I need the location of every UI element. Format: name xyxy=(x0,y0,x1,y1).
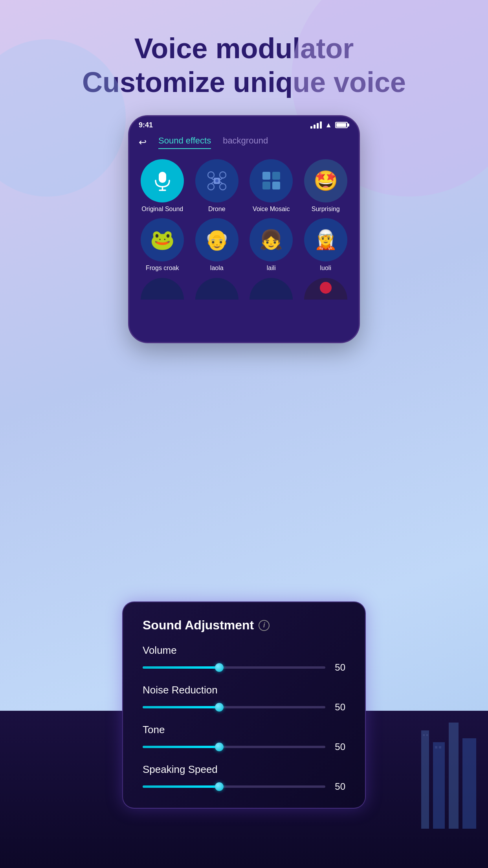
laili-label: laili xyxy=(267,265,276,272)
red-dot xyxy=(320,282,332,294)
partial-item-4 xyxy=(301,278,351,300)
back-button[interactable]: ↩ xyxy=(139,137,147,148)
panel-title: Sound Adjustment xyxy=(143,618,254,633)
partial-icon-4 xyxy=(304,278,347,300)
effect-surprising[interactable]: 🤩 Surprising xyxy=(301,159,351,213)
svg-rect-22 xyxy=(439,746,441,748)
surprising-emoji: 🤩 xyxy=(314,169,338,192)
svg-point-5 xyxy=(208,184,214,190)
luoli-label: luoli xyxy=(320,265,331,272)
original-sound-icon xyxy=(141,159,184,202)
noise-reduction-label: Noise Reduction xyxy=(143,684,345,696)
status-bar: 9:41 ▲ xyxy=(129,116,359,132)
tone-track[interactable] xyxy=(143,746,325,748)
effect-drone[interactable]: Drone xyxy=(192,159,242,213)
nav-tabs: Sound effects background xyxy=(158,136,268,149)
volume-row: 50 xyxy=(143,662,345,673)
partial-icon-2 xyxy=(195,278,238,300)
drone-icon xyxy=(195,159,238,202)
battery-tip xyxy=(348,123,349,127)
volume-value: 50 xyxy=(332,662,345,673)
tone-label: Tone xyxy=(143,724,345,736)
adjustment-panel: Sound Adjustment i Volume 50 Noise Reduc… xyxy=(122,601,366,809)
svg-point-6 xyxy=(220,184,226,190)
svg-rect-14 xyxy=(272,172,280,180)
speaking-speed-label: Speaking Speed xyxy=(143,763,345,776)
microphone-svg xyxy=(152,170,173,191)
luoli-emoji: 🧝 xyxy=(314,229,338,251)
frog-emoji: 🐸 xyxy=(150,228,174,251)
tone-row: 50 xyxy=(143,741,345,752)
tone-thumb[interactable] xyxy=(215,743,224,751)
luoli-icon: 🧝 xyxy=(304,218,347,261)
tone-group: Tone 50 xyxy=(143,724,345,752)
svg-rect-15 xyxy=(262,182,270,189)
laola-emoji: 👴 xyxy=(205,228,229,251)
voice-mosaic-icon xyxy=(250,159,293,202)
wifi-icon: ▲ xyxy=(325,121,332,129)
svg-rect-16 xyxy=(272,182,280,189)
partial-item-1 xyxy=(137,278,188,300)
frog-icon: 🐸 xyxy=(141,218,184,261)
signal-bar-1 xyxy=(310,126,312,129)
volume-thumb[interactable] xyxy=(215,663,224,672)
noise-reduction-row: 50 xyxy=(143,702,345,713)
speaking-speed-value: 50 xyxy=(332,781,345,792)
signal-bar-4 xyxy=(320,121,322,129)
surprising-icon: 🤩 xyxy=(304,159,347,202)
noise-reduction-thumb[interactable] xyxy=(215,703,224,712)
mosaic-svg xyxy=(261,170,282,191)
noise-reduction-group: Noise Reduction 50 xyxy=(143,684,345,713)
noise-reduction-fill xyxy=(143,706,219,708)
laola-icon: 👴 xyxy=(195,218,238,261)
svg-rect-18 xyxy=(423,734,425,736)
battery-icon xyxy=(335,122,349,128)
status-icons: ▲ xyxy=(310,121,349,129)
phone-container: 9:41 ▲ ↩ Sound xyxy=(0,115,488,343)
signal-icon xyxy=(310,121,322,129)
effect-laili[interactable]: 👧 laili xyxy=(246,218,297,272)
effect-luoli[interactable]: 🧝 luoli xyxy=(301,218,351,272)
volume-track[interactable] xyxy=(143,666,325,669)
effect-frogs-croak[interactable]: 🐸 Frogs croak xyxy=(137,218,188,272)
partial-item-2 xyxy=(192,278,242,300)
speaking-speed-fill xyxy=(143,785,219,788)
signal-bar-3 xyxy=(317,123,319,129)
signal-bar-2 xyxy=(314,125,316,129)
info-label: i xyxy=(263,621,265,629)
tab-sound-effects[interactable]: Sound effects xyxy=(158,136,211,149)
original-sound-label: Original Sound xyxy=(141,206,183,213)
speaking-speed-thumb[interactable] xyxy=(215,782,224,791)
time-display: 9:41 xyxy=(139,121,153,129)
effects-grid-row1: Original Sound xyxy=(129,155,359,217)
svg-rect-13 xyxy=(262,172,270,180)
nav-bar: ↩ Sound effects background xyxy=(129,132,359,155)
effect-laola[interactable]: 👴 laola xyxy=(192,218,242,272)
tone-fill xyxy=(143,746,219,748)
svg-point-4 xyxy=(220,172,226,178)
voice-mosaic-label: Voice Mosaic xyxy=(253,206,290,213)
volume-label: Volume xyxy=(143,644,345,657)
effect-voice-mosaic[interactable]: Voice Mosaic xyxy=(246,159,297,213)
noise-reduction-track[interactable] xyxy=(143,706,325,708)
volume-fill xyxy=(143,666,219,669)
svg-point-8 xyxy=(215,179,218,182)
volume-group: Volume 50 xyxy=(143,644,345,673)
laili-icon: 👧 xyxy=(250,218,293,261)
noise-reduction-value: 50 xyxy=(332,702,345,713)
speaking-speed-row: 50 xyxy=(143,781,345,792)
tab-background[interactable]: background xyxy=(223,136,268,149)
partial-item-3 xyxy=(246,278,297,300)
svg-point-3 xyxy=(208,172,214,178)
laili-emoji: 👧 xyxy=(259,229,283,251)
speaking-speed-track[interactable] xyxy=(143,785,325,788)
surprising-label: Surprising xyxy=(312,206,340,213)
drone-label: Drone xyxy=(208,206,226,213)
svg-rect-0 xyxy=(159,172,166,183)
laola-label: laola xyxy=(210,265,224,272)
partial-icon-3 xyxy=(250,278,293,300)
effects-grid-row2: 🐸 Frogs croak 👴 laola 👧 laili xyxy=(129,217,359,276)
effect-original[interactable]: Original Sound xyxy=(137,159,188,213)
info-icon[interactable]: i xyxy=(259,620,270,631)
drone-svg xyxy=(205,169,229,193)
